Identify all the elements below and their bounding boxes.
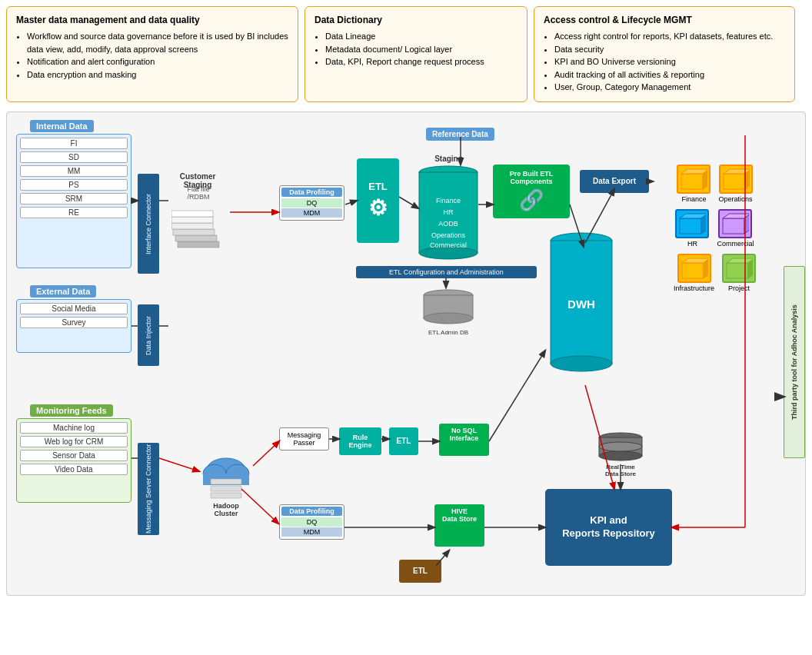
svg-text:Commercial: Commercial bbox=[430, 241, 467, 249]
operations-cube-icon bbox=[719, 165, 753, 194]
prebuilt-etl: Pre Built ETL Components 🔗 bbox=[493, 165, 570, 218]
svg-rect-21 bbox=[681, 174, 703, 189]
machine-log: Machine log bbox=[20, 422, 128, 434]
sap-sd: SD bbox=[20, 151, 128, 163]
hadoop-cluster: HadoopCluster bbox=[199, 454, 253, 517]
infrastructure-cube-icon bbox=[677, 254, 711, 283]
svg-rect-36 bbox=[727, 263, 748, 278]
page-container: Master data management and data quality … bbox=[0, 0, 812, 596]
svg-text:Finance: Finance bbox=[436, 197, 461, 204]
messaging-passer: MessagingPasser bbox=[279, 427, 329, 451]
interface-connector: Interface Connector bbox=[138, 174, 159, 274]
svg-rect-45 bbox=[211, 493, 241, 498]
video-data: Video Data bbox=[20, 464, 128, 475]
box3-title: Access control & Lifecycle MGMT bbox=[544, 15, 785, 25]
staging-cylinder: Finance HR AODB Operations Commercial bbox=[418, 165, 478, 261]
box3-item-1: Access right control for reports, KPI da… bbox=[554, 30, 785, 43]
messaging-server-connector: Messaging Server Connector bbox=[138, 443, 159, 535]
svg-line-56 bbox=[399, 197, 418, 208]
box3-item-3: KPI and BO Universe versioning bbox=[554, 55, 785, 68]
cube-row-1: Finance Operations bbox=[651, 165, 778, 203]
box3-item-4: Audit tracking of all activities & repor… bbox=[554, 68, 785, 81]
sensor-data: Sensor Data bbox=[20, 450, 128, 461]
flatfile-label: Flat file/RDBM bbox=[168, 185, 228, 266]
etl-admin-db: ETL Admin DB bbox=[422, 288, 474, 336]
etl-lower: ETL bbox=[399, 560, 441, 583]
box3-item-2: Data security bbox=[554, 43, 785, 56]
svg-text:AODB: AODB bbox=[438, 220, 458, 228]
project-cube: Project bbox=[722, 254, 756, 292]
svg-line-65 bbox=[253, 441, 279, 466]
internal-data-label: Internal Data bbox=[30, 120, 94, 132]
reference-data-box: Reference Data bbox=[426, 128, 494, 141]
third-party-tool: Third party tool for Adhoc Analysis bbox=[784, 266, 805, 458]
operations-cube: Operations bbox=[718, 165, 752, 203]
dwh-cylinder: DWH bbox=[549, 231, 614, 385]
dq-upper: DQ bbox=[281, 198, 342, 208]
svg-text:DWH: DWH bbox=[567, 298, 595, 311]
mdm-upper: MDM bbox=[281, 208, 342, 218]
svg-rect-33 bbox=[682, 263, 704, 278]
staging-label: Staging bbox=[420, 155, 478, 163]
hr-label: HR bbox=[675, 240, 709, 248]
commercial-cube: Commercial bbox=[717, 209, 754, 248]
svg-text:Operations: Operations bbox=[431, 231, 466, 239]
project-cube-icon bbox=[722, 254, 756, 283]
external-data-box: Social Media Survey bbox=[16, 299, 131, 353]
box2-list: Data Lineage Metadata document/ Logical … bbox=[314, 30, 517, 68]
svg-rect-1 bbox=[175, 235, 217, 241]
box2-item-3: Data, KPI, Report change request process bbox=[325, 55, 517, 68]
data-profiling-lower-header: Data Profiling bbox=[281, 507, 342, 516]
data-cubes: Finance Operations bbox=[651, 165, 778, 298]
web-log-crm: Web log for CRM bbox=[20, 436, 128, 447]
finance-cube: Finance bbox=[677, 165, 710, 203]
svg-rect-2 bbox=[173, 229, 215, 235]
data-injector: Data Injector bbox=[138, 304, 159, 366]
svg-line-64 bbox=[159, 458, 199, 471]
box1-list: Workflow and source data governance befo… bbox=[16, 30, 288, 81]
dq-lower: DQ bbox=[281, 517, 342, 527]
svg-point-48 bbox=[599, 451, 642, 460]
sap-re: RE bbox=[20, 207, 128, 218]
sap-srm: SRM bbox=[20, 193, 128, 204]
survey: Survey bbox=[20, 317, 128, 328]
svg-text:HR: HR bbox=[444, 208, 454, 216]
rule-engine: RuleEngine bbox=[339, 427, 381, 455]
commercial-cube-icon bbox=[718, 209, 752, 238]
monitoring-feeds-label: Monitoring Feeds bbox=[30, 404, 113, 417]
project-label: Project bbox=[722, 284, 756, 292]
realtime-data-store: Real TimeData Store bbox=[582, 431, 659, 477]
box1-item-3: Data encryption and masking bbox=[27, 68, 288, 81]
operations-label: Operations bbox=[718, 195, 752, 203]
kpi-reports-repository: KPI andReports Repository bbox=[545, 489, 672, 566]
svg-line-69 bbox=[489, 351, 545, 441]
svg-rect-44 bbox=[211, 486, 241, 491]
box1-title: Master data management and data quality bbox=[16, 15, 288, 25]
svg-rect-30 bbox=[723, 218, 744, 234]
monitoring-feeds-box: Machine log Web log for CRM Sensor Data … bbox=[16, 418, 131, 503]
etl-config: ETL Configuration and Administration bbox=[356, 266, 537, 278]
hr-cube: HR bbox=[675, 209, 709, 248]
box1-item-1: Workflow and source data governance befo… bbox=[27, 30, 288, 55]
cube-row-3: Infrastructure Project bbox=[651, 254, 778, 292]
hr-cube-icon bbox=[675, 209, 709, 238]
data-profiling-header: Data Profiling bbox=[281, 188, 342, 197]
cube-row-2: HR Commercial bbox=[651, 209, 778, 248]
etl-middle: ETL bbox=[389, 427, 418, 455]
infrastructure-label: Infrastructure bbox=[674, 284, 714, 292]
box3-item-5: User, Group, Category Management bbox=[554, 81, 785, 94]
master-data-box: Master data management and data quality … bbox=[6, 6, 298, 102]
svg-rect-43 bbox=[211, 479, 241, 484]
svg-rect-4 bbox=[171, 217, 213, 223]
access-control-box: Access control & Lifecycle MGMT Access r… bbox=[534, 6, 795, 102]
svg-rect-5 bbox=[171, 211, 213, 217]
box2-item-1: Data Lineage bbox=[325, 30, 517, 43]
commercial-label: Commercial bbox=[717, 240, 754, 248]
data-profiling-upper: Data Profiling DQ MDM bbox=[279, 185, 344, 221]
sap-mm: MM bbox=[20, 165, 128, 177]
svg-rect-27 bbox=[680, 218, 701, 234]
data-dictionary-box: Data Dictionary Data Lineage Metadata do… bbox=[304, 6, 527, 102]
external-data-label: External Data bbox=[30, 285, 96, 298]
svg-rect-0 bbox=[178, 241, 219, 248]
internal-data-box: FI SD MM PS SRM RE bbox=[16, 134, 131, 268]
